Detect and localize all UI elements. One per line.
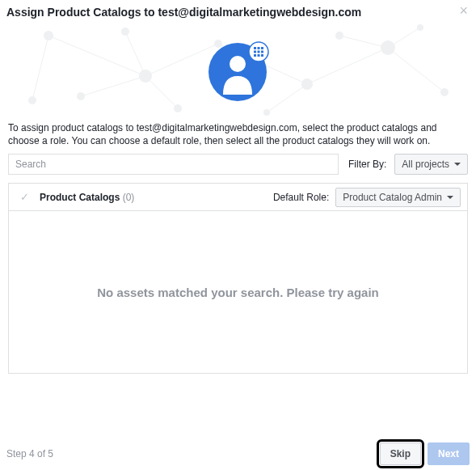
- svg-line-5: [32, 36, 48, 100]
- close-icon[interactable]: ×: [459, 5, 468, 16]
- filter-projects-dropdown[interactable]: All projects: [394, 154, 468, 175]
- product-catalogs-table: ✓ Product Catalogs (0) Default Role: Pro…: [8, 183, 468, 374]
- dialog-description: To assign product catalogs to test@digit…: [0, 121, 476, 147]
- svg-rect-30: [261, 47, 263, 49]
- svg-line-6: [145, 76, 178, 108]
- svg-rect-35: [258, 54, 260, 57]
- dialog-title: Assign Product Catalogs to test@digitalm…: [6, 5, 459, 19]
- svg-point-13: [139, 70, 152, 83]
- empty-state-message: No assets matched your search. Please tr…: [97, 286, 379, 299]
- svg-point-14: [214, 40, 222, 48]
- dialog-header: Assign Product Catalogs to test@digitalm…: [0, 0, 476, 19]
- caret-down-icon: [454, 163, 461, 166]
- filter-by-label: Filter By:: [342, 159, 391, 170]
- next-button-label: Next: [438, 448, 459, 459]
- filter-projects-selected: All projects: [402, 159, 449, 170]
- svg-point-24: [121, 28, 129, 36]
- svg-rect-33: [261, 51, 263, 53]
- dialog-footer: Step 4 of 5 Skip Next: [0, 442, 476, 465]
- svg-point-16: [381, 40, 395, 55]
- svg-rect-36: [261, 54, 263, 57]
- svg-rect-31: [254, 51, 256, 53]
- search-filter-row: Filter By: All projects: [0, 150, 476, 175]
- svg-point-12: [44, 31, 53, 40]
- default-role-dropdown[interactable]: Product Catalog Admin: [335, 188, 461, 207]
- select-all-checkbox[interactable]: ✓: [15, 191, 33, 203]
- svg-rect-29: [258, 47, 260, 49]
- svg-point-20: [263, 109, 270, 116]
- svg-line-3: [307, 48, 388, 84]
- svg-point-17: [440, 88, 449, 96]
- step-indicator: Step 4 of 5: [6, 448, 380, 459]
- column-title-count: (0): [123, 192, 135, 203]
- svg-point-19: [174, 104, 182, 112]
- svg-line-7: [267, 84, 307, 112]
- svg-point-22: [77, 92, 85, 100]
- table-body: No assets matched your search. Please tr…: [9, 211, 467, 373]
- svg-point-23: [335, 32, 343, 40]
- svg-line-0: [48, 36, 145, 76]
- default-role-label: Default Role:: [273, 192, 335, 203]
- svg-point-18: [28, 96, 36, 104]
- svg-rect-32: [258, 51, 260, 53]
- column-title-text: Product Catalogs: [40, 192, 120, 203]
- column-title: Product Catalogs (0): [33, 192, 273, 203]
- svg-point-15: [301, 78, 313, 90]
- svg-rect-34: [254, 54, 256, 57]
- hero-graphic: [0, 19, 476, 116]
- search-input[interactable]: [8, 154, 339, 175]
- svg-line-1: [145, 44, 218, 76]
- check-icon: ✓: [20, 191, 29, 203]
- default-role-selected: Product Catalog Admin: [343, 192, 442, 203]
- skip-button-label: Skip: [390, 448, 411, 459]
- svg-point-21: [417, 24, 423, 31]
- caret-down-icon: [447, 196, 453, 199]
- next-button[interactable]: Next: [428, 442, 470, 465]
- svg-line-11: [125, 32, 145, 76]
- svg-line-10: [339, 36, 388, 48]
- svg-line-9: [81, 76, 145, 96]
- svg-line-4: [388, 48, 444, 92]
- svg-point-26: [230, 56, 246, 72]
- svg-rect-28: [254, 47, 256, 49]
- assign-product-catalogs-dialog: Assign Product Catalogs to test@digitalm…: [0, 0, 476, 470]
- skip-button[interactable]: Skip: [380, 442, 421, 465]
- table-header-row: ✓ Product Catalogs (0) Default Role: Pro…: [9, 184, 467, 211]
